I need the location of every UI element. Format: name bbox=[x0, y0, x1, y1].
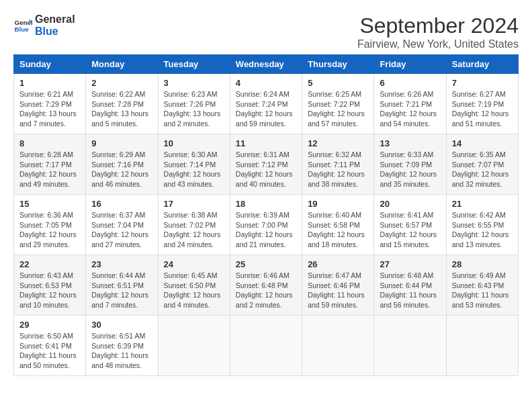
day-number: 15 bbox=[19, 199, 80, 209]
day-number: 16 bbox=[91, 199, 152, 209]
day-number: 18 bbox=[236, 199, 296, 209]
day-number: 7 bbox=[452, 78, 513, 88]
day-info: Sunrise: 6:40 AMSunset: 6:58 PMDaylight:… bbox=[308, 210, 368, 250]
day-cell: 30Sunrise: 6:51 AMSunset: 6:39 PMDayligh… bbox=[86, 316, 158, 376]
day-cell bbox=[302, 316, 374, 376]
day-number: 3 bbox=[164, 78, 224, 88]
header-tuesday: Tuesday bbox=[158, 55, 230, 74]
header: General Blue General Blue September 2024… bbox=[13, 13, 519, 50]
day-number: 23 bbox=[91, 259, 152, 269]
day-cell: 4Sunrise: 6:24 AMSunset: 7:24 PMDaylight… bbox=[230, 74, 302, 134]
day-info: Sunrise: 6:39 AMSunset: 7:00 PMDaylight:… bbox=[236, 210, 296, 250]
day-info: Sunrise: 6:46 AMSunset: 6:48 PMDaylight:… bbox=[236, 271, 296, 310]
day-number: 13 bbox=[380, 138, 440, 148]
day-info: Sunrise: 6:45 AMSunset: 6:50 PMDaylight:… bbox=[164, 271, 224, 310]
day-cell: 12Sunrise: 6:32 AMSunset: 7:11 PMDayligh… bbox=[302, 134, 374, 195]
day-info: Sunrise: 6:33 AMSunset: 7:09 PMDaylight:… bbox=[380, 150, 440, 189]
day-number: 26 bbox=[308, 259, 368, 269]
day-number: 29 bbox=[19, 320, 80, 330]
day-number: 4 bbox=[236, 78, 296, 88]
week-row-3: 15Sunrise: 6:36 AMSunset: 7:05 PMDayligh… bbox=[14, 195, 519, 255]
day-number: 19 bbox=[308, 199, 368, 209]
day-cell: 26Sunrise: 6:47 AMSunset: 6:46 PMDayligh… bbox=[302, 255, 374, 316]
day-info: Sunrise: 6:41 AMSunset: 6:57 PMDaylight:… bbox=[380, 210, 440, 250]
day-info: Sunrise: 6:21 AMSunset: 7:29 PMDaylight:… bbox=[19, 89, 80, 129]
day-number: 17 bbox=[164, 199, 224, 209]
day-info: Sunrise: 6:43 AMSunset: 6:53 PMDaylight:… bbox=[19, 271, 80, 310]
day-info: Sunrise: 6:35 AMSunset: 7:07 PMDaylight:… bbox=[452, 150, 513, 189]
day-info: Sunrise: 6:22 AMSunset: 7:28 PMDaylight:… bbox=[91, 89, 152, 129]
header-thursday: Thursday bbox=[302, 55, 374, 74]
day-cell: 3Sunrise: 6:23 AMSunset: 7:26 PMDaylight… bbox=[158, 74, 230, 134]
day-number: 22 bbox=[19, 259, 80, 269]
day-cell: 27Sunrise: 6:48 AMSunset: 6:44 PMDayligh… bbox=[374, 255, 446, 316]
day-number: 11 bbox=[236, 138, 296, 148]
day-cell: 10Sunrise: 6:30 AMSunset: 7:14 PMDayligh… bbox=[158, 134, 230, 195]
day-cell: 7Sunrise: 6:27 AMSunset: 7:19 PMDaylight… bbox=[446, 74, 518, 134]
header-friday: Friday bbox=[374, 55, 446, 74]
day-number: 1 bbox=[19, 78, 80, 88]
header-saturday: Saturday bbox=[446, 55, 518, 74]
week-row-2: 8Sunrise: 6:28 AMSunset: 7:17 PMDaylight… bbox=[14, 134, 519, 195]
day-number: 5 bbox=[308, 78, 368, 88]
day-cell: 22Sunrise: 6:43 AMSunset: 6:53 PMDayligh… bbox=[14, 255, 86, 316]
day-info: Sunrise: 6:44 AMSunset: 6:51 PMDaylight:… bbox=[91, 271, 152, 310]
logo-line2: Blue bbox=[35, 26, 75, 38]
day-number: 25 bbox=[236, 259, 296, 269]
svg-text:General: General bbox=[14, 18, 32, 26]
day-cell: 15Sunrise: 6:36 AMSunset: 7:05 PMDayligh… bbox=[14, 195, 86, 255]
day-info: Sunrise: 6:51 AMSunset: 6:39 PMDaylight:… bbox=[91, 331, 152, 371]
logo-line1: General bbox=[35, 13, 75, 26]
day-number: 20 bbox=[380, 199, 440, 209]
day-info: Sunrise: 6:27 AMSunset: 7:19 PMDaylight:… bbox=[452, 89, 513, 129]
day-info: Sunrise: 6:38 AMSunset: 7:02 PMDaylight:… bbox=[164, 210, 224, 250]
day-cell: 29Sunrise: 6:50 AMSunset: 6:41 PMDayligh… bbox=[14, 316, 86, 376]
day-number: 28 bbox=[452, 259, 513, 269]
week-row-5: 29Sunrise: 6:50 AMSunset: 6:41 PMDayligh… bbox=[14, 316, 519, 376]
day-cell: 18Sunrise: 6:39 AMSunset: 7:00 PMDayligh… bbox=[230, 195, 302, 255]
day-cell bbox=[230, 316, 302, 376]
day-cell: 21Sunrise: 6:42 AMSunset: 6:55 PMDayligh… bbox=[446, 195, 518, 255]
header-monday: Monday bbox=[86, 55, 158, 74]
title-area: September 2024 Fairview, New York, Unite… bbox=[357, 13, 519, 50]
day-info: Sunrise: 6:30 AMSunset: 7:14 PMDaylight:… bbox=[164, 150, 224, 189]
day-info: Sunrise: 6:31 AMSunset: 7:12 PMDaylight:… bbox=[236, 150, 296, 189]
day-info: Sunrise: 6:26 AMSunset: 7:21 PMDaylight:… bbox=[380, 89, 440, 129]
day-cell: 9Sunrise: 6:29 AMSunset: 7:16 PMDaylight… bbox=[86, 134, 158, 195]
day-info: Sunrise: 6:48 AMSunset: 6:44 PMDaylight:… bbox=[380, 271, 440, 310]
day-info: Sunrise: 6:47 AMSunset: 6:46 PMDaylight:… bbox=[308, 271, 368, 310]
day-number: 14 bbox=[452, 138, 513, 148]
day-number: 27 bbox=[380, 259, 440, 269]
week-row-1: 1Sunrise: 6:21 AMSunset: 7:29 PMDaylight… bbox=[14, 74, 519, 134]
day-cell: 6Sunrise: 6:26 AMSunset: 7:21 PMDaylight… bbox=[374, 74, 446, 134]
day-cell: 8Sunrise: 6:28 AMSunset: 7:17 PMDaylight… bbox=[14, 134, 86, 195]
day-number: 6 bbox=[380, 78, 440, 88]
logo-icon: General Blue bbox=[13, 16, 32, 35]
day-cell: 14Sunrise: 6:35 AMSunset: 7:07 PMDayligh… bbox=[446, 134, 518, 195]
svg-text:Blue: Blue bbox=[14, 26, 29, 33]
day-info: Sunrise: 6:42 AMSunset: 6:55 PMDaylight:… bbox=[452, 210, 513, 250]
day-cell: 2Sunrise: 6:22 AMSunset: 7:28 PMDaylight… bbox=[86, 74, 158, 134]
day-info: Sunrise: 6:37 AMSunset: 7:04 PMDaylight:… bbox=[91, 210, 152, 250]
day-cell: 24Sunrise: 6:45 AMSunset: 6:50 PMDayligh… bbox=[158, 255, 230, 316]
calendar-table: SundayMondayTuesdayWednesdayThursdayFrid… bbox=[13, 54, 519, 376]
day-info: Sunrise: 6:23 AMSunset: 7:26 PMDaylight:… bbox=[164, 89, 224, 129]
day-cell: 19Sunrise: 6:40 AMSunset: 6:58 PMDayligh… bbox=[302, 195, 374, 255]
day-cell: 17Sunrise: 6:38 AMSunset: 7:02 PMDayligh… bbox=[158, 195, 230, 255]
day-info: Sunrise: 6:28 AMSunset: 7:17 PMDaylight:… bbox=[19, 150, 80, 189]
day-cell bbox=[158, 316, 230, 376]
day-cell bbox=[446, 316, 518, 376]
day-cell: 16Sunrise: 6:37 AMSunset: 7:04 PMDayligh… bbox=[86, 195, 158, 255]
day-number: 10 bbox=[164, 138, 224, 148]
day-info: Sunrise: 6:36 AMSunset: 7:05 PMDaylight:… bbox=[19, 210, 80, 250]
day-info: Sunrise: 6:50 AMSunset: 6:41 PMDaylight:… bbox=[19, 331, 80, 371]
day-cell: 20Sunrise: 6:41 AMSunset: 6:57 PMDayligh… bbox=[374, 195, 446, 255]
header-row: SundayMondayTuesdayWednesdayThursdayFrid… bbox=[14, 55, 519, 74]
subtitle: Fairview, New York, United States bbox=[357, 38, 519, 50]
header-wednesday: Wednesday bbox=[230, 55, 302, 74]
day-number: 21 bbox=[452, 199, 513, 209]
week-row-4: 22Sunrise: 6:43 AMSunset: 6:53 PMDayligh… bbox=[14, 255, 519, 316]
day-info: Sunrise: 6:29 AMSunset: 7:16 PMDaylight:… bbox=[91, 150, 152, 189]
day-cell: 13Sunrise: 6:33 AMSunset: 7:09 PMDayligh… bbox=[374, 134, 446, 195]
day-number: 30 bbox=[91, 320, 152, 330]
